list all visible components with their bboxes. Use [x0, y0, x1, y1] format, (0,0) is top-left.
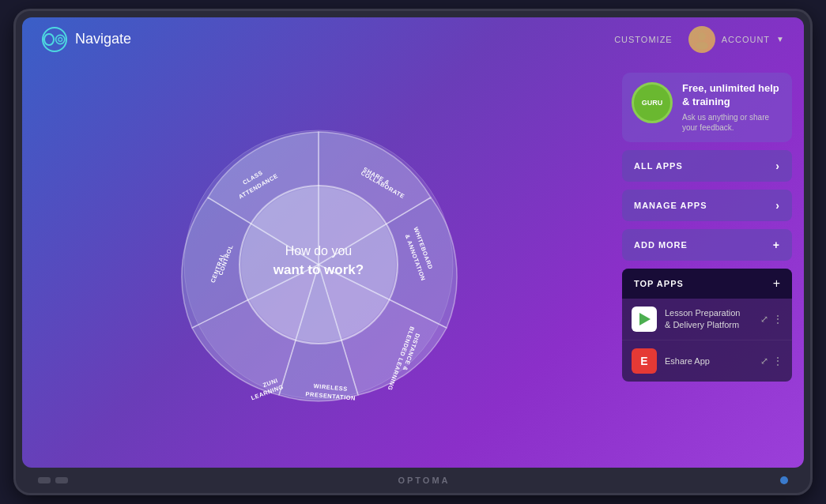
monitor-bottom-bar: OPTOMA [22, 468, 804, 493]
account-area[interactable]: ACCOUNT ▼ [688, 26, 784, 53]
app-item-lesson[interactable]: Lesson Preparation& Delivery Platform ⤢ … [622, 299, 792, 340]
guru-description: Ask us anything or share your feedback. [682, 112, 783, 133]
screen: Navigate CUSTOMIZE ACCOUNT ▼ [22, 17, 804, 468]
guru-info: Free, unlimited help& training Ask us an… [682, 82, 783, 133]
monitor-power-dot [780, 476, 788, 484]
eshare-menu-icon[interactable]: ⋮ [773, 355, 783, 367]
lesson-app-name: Lesson Preparation& Delivery Platform [665, 307, 752, 330]
svg-point-1 [58, 37, 62, 41]
all-apps-button[interactable]: ALL APPS › [622, 150, 792, 182]
logo-area: Navigate [42, 27, 131, 52]
guru-badge: GURU [632, 82, 673, 123]
svg-text:want to work?: want to work? [272, 262, 363, 277]
lesson-launch-icon[interactable]: ⤢ [760, 314, 768, 325]
header-right: CUSTOMIZE ACCOUNT ▼ [614, 26, 784, 53]
manage-apps-label: MANAGE APPS [634, 201, 707, 210]
monitor: Navigate CUSTOMIZE ACCOUNT ▼ [16, 11, 810, 493]
manage-apps-chevron-icon: › [775, 199, 780, 212]
app-title: Navigate [75, 31, 131, 47]
top-apps-header: TOP APPS + [622, 269, 792, 299]
add-more-plus-icon: + [773, 239, 780, 251]
guru-badge-text: GURU [642, 99, 663, 107]
wheel-svg: How do you want to work? SHARE & COLLABO… [168, 115, 469, 415]
wheel-section: How do you want to work? SHARE & COLLABO… [22, 61, 614, 468]
svg-marker-24 [639, 313, 651, 325]
all-apps-label: ALL APPS [634, 161, 683, 171]
guru-title: Free, unlimited help& training [682, 82, 783, 109]
navigate-logo-icon [42, 27, 67, 52]
header: Navigate CUSTOMIZE ACCOUNT ▼ [22, 17, 804, 61]
monitor-dot-1 [38, 477, 51, 483]
svg-point-0 [55, 35, 64, 43]
add-more-label: ADD MORE [634, 240, 688, 250]
svg-text:How do you: How do you [285, 244, 352, 258]
all-apps-chevron-icon: › [775, 160, 780, 172]
lesson-menu-icon[interactable]: ⋮ [773, 314, 783, 325]
right-panel: GURU Free, unlimited help& training Ask … [614, 61, 804, 468]
guru-card[interactable]: GURU Free, unlimited help& training Ask … [622, 73, 792, 142]
eshare-app-icon: E [632, 348, 657, 374]
wheel-container: How do you want to work? SHARE & COLLABO… [168, 115, 469, 415]
main-content: How do you want to work? SHARE & COLLABO… [22, 61, 804, 468]
add-more-button[interactable]: ADD MORE + [622, 229, 792, 261]
svg-point-2 [698, 32, 706, 40]
top-apps-add-icon[interactable]: + [773, 276, 780, 291]
monitor-dot-2 [55, 477, 68, 483]
app-item-eshare[interactable]: E Eshare App ⤢ ⋮ [622, 340, 792, 382]
monitor-brand-center: OPTOMA [398, 476, 450, 485]
account-label: ACCOUNT [722, 35, 770, 44]
account-chevron-icon: ▼ [776, 35, 784, 43]
lesson-app-icon [632, 307, 657, 332]
top-apps-section: TOP APPS + Lesson Preparation& Delivery … [622, 269, 792, 382]
top-apps-title: TOP APPS [634, 279, 684, 288]
svg-point-3 [696, 42, 708, 50]
eshare-app-actions: ⤢ ⋮ [760, 355, 783, 367]
customize-button[interactable]: CUSTOMIZE [614, 35, 673, 44]
manage-apps-button[interactable]: MANAGE APPS › [622, 190, 792, 221]
eshare-launch-icon[interactable]: ⤢ [760, 355, 768, 367]
monitor-indicators [38, 477, 68, 483]
lesson-app-actions: ⤢ ⋮ [760, 314, 783, 325]
eshare-app-name: Eshare App [665, 355, 752, 367]
avatar [688, 26, 715, 53]
